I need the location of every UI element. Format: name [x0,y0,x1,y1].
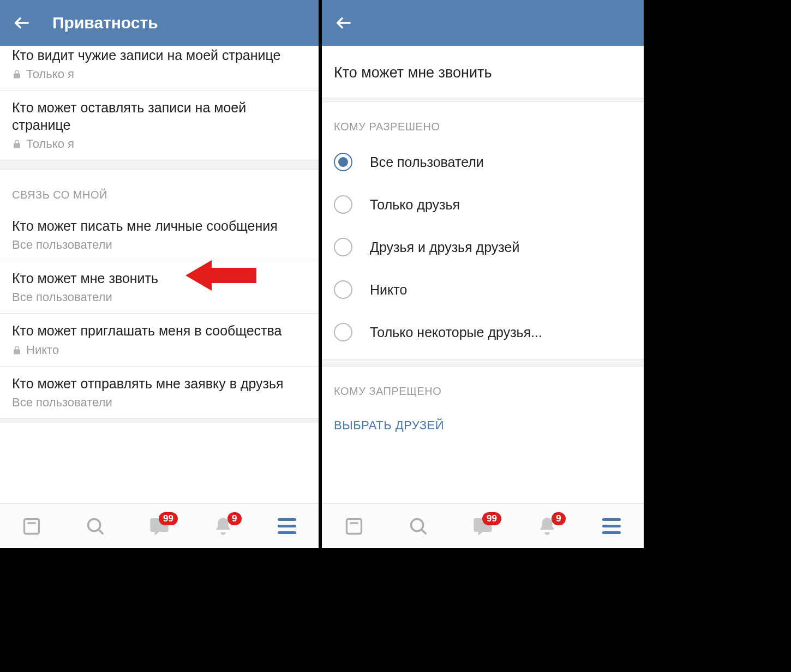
row-value: Только я [12,137,307,151]
arrow-left-icon [13,14,31,32]
row-title: Кто может оставлять записи на моей стран… [12,99,307,134]
page-title: Кто может мне звонить [322,46,644,98]
topbar: Приватность [0,0,319,46]
separator [322,359,644,367]
tab-messages[interactable]: 99 [143,510,176,543]
back-button[interactable] [333,12,355,34]
row-title: Кто видит чужие записи на моей странице [12,47,307,64]
tabbar: 99 9 [322,503,644,548]
hamburger-icon [278,518,296,534]
tab-feed[interactable] [338,510,370,543]
option-some-friends[interactable]: Только некоторые друзья... [322,311,644,353]
radio-selected-icon [334,153,352,171]
row-value-text: Все пользователи [12,290,112,304]
row-value-text: Только я [26,67,74,81]
svg-marker-1 [185,260,256,291]
feed-icon [22,517,41,536]
lock-icon [12,139,22,149]
search-icon [408,516,429,537]
option-label: Никто [370,282,407,298]
row-title: Кто может писать мне личные сообщения [12,218,307,235]
row-value: Только я [12,67,307,81]
tab-search[interactable] [79,510,112,543]
tab-notifications[interactable]: 9 [207,510,239,543]
radio-icon [334,323,352,341]
section-gap [0,160,319,170]
notifications-badge: 9 [552,512,566,525]
allowed-header: КОМУ РАЗРЕШЕНО [322,102,644,141]
bottom-gap [0,419,319,423]
row-value: Все пользователи [12,395,307,410]
row-value-text: Все пользователи [12,238,112,252]
tab-menu[interactable] [595,510,628,543]
option-label: Только некоторые друзья... [370,325,542,340]
messages-badge: 99 [482,512,501,525]
privacy-row-leave-posts[interactable]: Кто может оставлять записи на моей стран… [0,91,319,160]
screen-call-permissions: Кто может мне звонить КОМУ РАЗРЕШЕНО Все… [322,0,644,548]
option-nobody[interactable]: Никто [322,268,644,311]
radio-icon [334,238,352,256]
row-value-text: Все пользователи [12,395,112,410]
row-title: Кто может приглашать меня в сообщества [12,322,307,339]
hamburger-icon [602,518,621,534]
arrow-callout-icon [185,258,256,293]
search-icon [85,516,106,537]
screen-privacy-list: Приватность Кто видит чужие записи на мо… [0,0,322,548]
row-value: Никто [12,343,307,357]
lock-icon [12,345,22,355]
option-all-users[interactable]: Все пользователи [322,141,644,183]
tab-search[interactable] [402,510,435,543]
page-title: Приватность [52,14,158,32]
option-label: Только друзья [370,197,460,213]
feed-icon [344,517,364,536]
option-label: Друзья и друзья друзей [370,239,519,255]
radio-icon [334,195,352,214]
back-button[interactable] [11,12,33,34]
privacy-row-invite-groups[interactable]: Кто может приглашать меня в сообщества Н… [0,314,319,366]
privacy-row-calls[interactable]: Кто может мне звонить Все пользователи [0,261,319,314]
svg-point-4 [88,519,100,531]
svg-rect-7 [347,519,362,533]
tab-notifications[interactable]: 9 [531,510,564,543]
lock-icon [12,69,22,79]
choose-friends-link[interactable]: ВЫБРАТЬ ДРУЗЕЙ [322,405,644,433]
radio-icon [334,280,352,299]
denied-header: КОМУ ЗАПРЕЩЕНО [322,367,644,405]
call-permission-content: Кто может мне звонить КОМУ РАЗРЕШЕНО Все… [322,46,644,503]
privacy-row-friend-requests[interactable]: Кто может отправлять мне заявку в друзья… [0,367,319,419]
arrow-left-icon [334,14,353,32]
privacy-row-messages[interactable]: Кто может писать мне личные сообщения Вс… [0,209,319,261]
option-label: Все пользователи [370,154,484,170]
svg-point-9 [411,519,423,531]
row-title: Кто может мне звонить [12,270,307,287]
option-friends-only[interactable]: Только друзья [322,183,644,226]
notifications-badge: 9 [227,512,242,525]
tab-messages[interactable]: 99 [466,510,499,543]
row-value-text: Никто [26,343,59,357]
tabbar: 99 9 [0,503,319,548]
svg-line-5 [99,530,103,534]
svg-line-10 [422,530,426,534]
row-value-text: Только я [26,137,74,151]
option-friends-of-friends[interactable]: Друзья и друзья друзей [322,226,644,268]
separator [322,98,644,102]
topbar [322,0,644,46]
svg-rect-2 [25,519,39,533]
tab-feed[interactable] [15,510,48,543]
privacy-content: Кто видит чужие записи на моей странице … [0,46,319,503]
row-value: Все пользователи [12,238,307,252]
tab-menu[interactable] [271,510,303,543]
messages-badge: 99 [159,512,178,525]
privacy-row-others-posts[interactable]: Кто видит чужие записи на моей странице … [0,46,319,91]
section-contact-header: СВЯЗЬ СО МНОЙ [0,170,319,209]
row-value: Все пользователи [12,290,307,304]
row-title: Кто может отправлять мне заявку в друзья [12,375,307,392]
